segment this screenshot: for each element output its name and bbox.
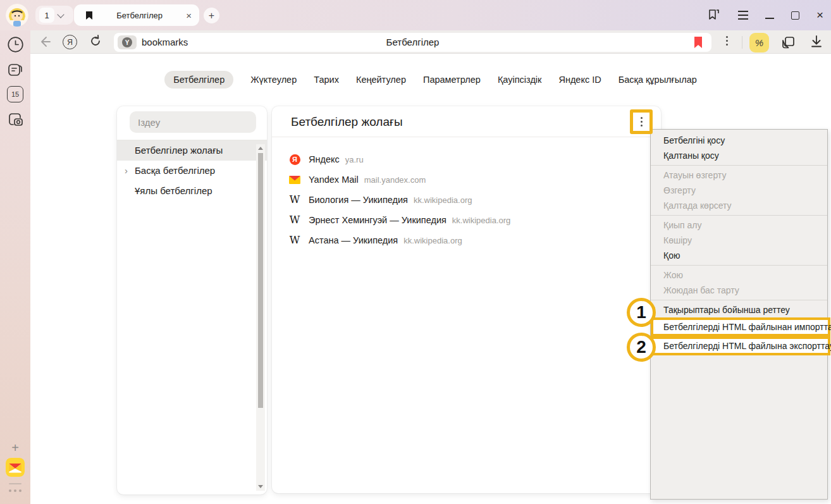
panel-title: Бетбелгілер жолағы: [272, 106, 661, 137]
feed-notes-icon[interactable]: [6, 61, 24, 78]
annotation-step-1: 1: [627, 298, 656, 327]
menu-item-cut: Қиып алу: [651, 218, 827, 233]
rail-add-icon[interactable]: +: [11, 441, 19, 455]
download-icon[interactable]: [809, 35, 823, 49]
page-title: Бетбелгілер: [114, 33, 711, 52]
calendar-icon[interactable]: 15: [7, 86, 23, 102]
tab-history[interactable]: Тарих: [314, 75, 339, 85]
close-window-button[interactable]: ×: [816, 9, 823, 22]
menu-item-import-html[interactable]: Бетбелгілерді HTML файлынан импорттау: [651, 317, 830, 336]
bookmark-row[interactable]: Я Яндекс ya.ru: [272, 149, 661, 169]
menu-item-add-folder[interactable]: Қалтаны қосу: [651, 148, 827, 163]
annotation-step-2: 2: [627, 333, 656, 362]
browser-tab[interactable]: Бетбелгілер ×: [74, 4, 199, 26]
rail-divider: [9, 483, 22, 484]
panel-more-actions-icon[interactable]: [641, 117, 643, 126]
scrollbar-thumb[interactable]: [258, 153, 263, 408]
new-tab-button[interactable]: +: [204, 8, 219, 23]
tab-count-badge[interactable]: 1: [39, 8, 54, 23]
minimize-button[interactable]: [765, 18, 774, 19]
history-clock-icon[interactable]: [7, 36, 24, 53]
tab-settings[interactable]: Параметрлер: [423, 75, 481, 85]
menu-item-export-html[interactable]: Бетбелгілерді HTML файлына экспорттау: [651, 336, 830, 355]
tab-other-devices[interactable]: Басқа құрылғылар: [619, 75, 697, 85]
chevron-right-icon[interactable]: ›: [125, 161, 128, 181]
menu-item-delete: Жою: [651, 267, 827, 283]
tab-title: Бетбелгілер: [93, 11, 186, 20]
back-icon[interactable]: [38, 35, 51, 48]
scroll-down-icon[interactable]: [258, 485, 263, 488]
wikipedia-favicon: W: [290, 235, 300, 246]
menu-item-sort-by-title[interactable]: Тақырыптары бойынша реттеу: [651, 302, 827, 317]
sidebar-item-bookmarks-bar[interactable]: Бетбелгілер жолағы: [117, 140, 267, 161]
toolbar-divider: [742, 36, 742, 49]
settings-nav: Бетбелгілер Жүктеулер Тарих Кеңейтулер П…: [30, 70, 831, 89]
browser-actions-icon[interactable]: [726, 36, 728, 46]
wikipedia-favicon: W: [290, 194, 300, 206]
search-input[interactable]: [130, 111, 256, 133]
bookmark-row[interactable]: W Астана — Уикипедия kk.wikipedia.org: [272, 230, 661, 250]
sidebar-item-mobile-bookmarks[interactable]: Ұялы бетбелгілер: [117, 181, 267, 201]
wikipedia-favicon: W: [290, 214, 300, 226]
chevron-down-icon: [57, 11, 64, 18]
sidebar-scrollbar[interactable]: [256, 144, 265, 491]
tab-yandex-id[interactable]: Яндекс ID: [558, 75, 601, 85]
tab-group-pill[interactable]: 1: [35, 6, 73, 25]
bookmark-flag-icon[interactable]: [694, 37, 703, 48]
collections-icon[interactable]: [780, 34, 796, 51]
url-field[interactable]: Y bookmarks Бетбелгілер: [114, 33, 711, 52]
menu-separator: [651, 215, 827, 216]
avatar-icon: [6, 4, 28, 27]
sidebar-item-other-bookmarks[interactable]: › Басқа бетбелгілер: [117, 161, 267, 181]
menu-separator: [651, 165, 827, 166]
bookmarks-panel: Бетбелгілер жолағы Я Яндекс ya.ru Yandex…: [272, 106, 661, 493]
menu-item-show-in-folder: Қалтада көрсету: [651, 198, 827, 213]
tab-close-icon[interactable]: ×: [186, 10, 192, 21]
tab-extensions[interactable]: Кеңейтулер: [356, 75, 406, 85]
promo-percent-icon[interactable]: %: [749, 33, 769, 52]
refresh-icon[interactable]: [89, 35, 102, 47]
rail-more-icon[interactable]: [0, 489, 30, 492]
bookmarks-context-menu: Бетбелгіні қосу Қалтаны қосу Атауын өзге…: [650, 129, 828, 500]
screenshot-icon[interactable]: [6, 111, 24, 128]
menu-item-add-bookmark[interactable]: Бетбелгіні қосу: [651, 133, 827, 148]
menu-item-rename: Атауын өзгерту: [651, 168, 827, 183]
profile-avatar[interactable]: [6, 4, 28, 27]
menu-item-undo-delete: Жоюдан бас тарту: [651, 283, 827, 298]
bookmark-row[interactable]: Yandex Mail mail.yandex.com: [272, 169, 661, 190]
bookmark-icon: [85, 11, 93, 20]
yandex-mail-app-icon[interactable]: [6, 458, 25, 477]
yandex-search-icon[interactable]: Я: [63, 35, 77, 49]
menu-separator: [651, 265, 827, 266]
bookmarks-sidebar: Бетбелгілер жолағы › Басқа бетбелгілер Ұ…: [117, 106, 267, 495]
mail-favicon: [289, 174, 300, 185]
scroll-up-icon[interactable]: [258, 147, 263, 150]
bookmark-row[interactable]: W Биология — Уикипедия kk.wikipedia.org: [272, 190, 661, 210]
tab-downloads[interactable]: Жүктеулер: [250, 75, 297, 85]
bookmark-row[interactable]: W Эрнест Хемингуэй — Уикипедия kk.wikipe…: [272, 210, 661, 230]
menu-item-paste[interactable]: Қою: [651, 248, 827, 263]
yandex-favicon: Я: [290, 154, 300, 165]
menu-separator: [651, 300, 827, 300]
maximize-button[interactable]: [791, 11, 799, 20]
menu-item-copy: Көшіру: [651, 233, 827, 248]
tab-bookmarks[interactable]: Бетбелгілер: [164, 71, 233, 89]
bookmarks-panel-icon[interactable]: [707, 8, 721, 22]
annotation-kebab-highlight: [630, 109, 653, 134]
menu-icon[interactable]: [738, 11, 748, 19]
menu-item-edit: Өзгерту: [651, 183, 827, 198]
tab-security[interactable]: Қауіпсіздік: [498, 75, 542, 85]
